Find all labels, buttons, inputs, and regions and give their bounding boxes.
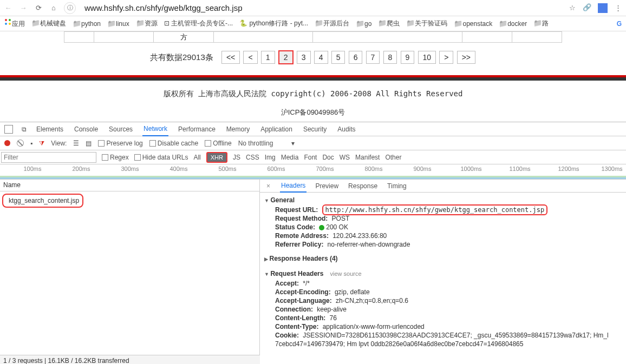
name-header[interactable]: Name [0,180,259,191]
filter-input[interactable] [1,152,96,163]
url-bar[interactable]: www.hshfy.sh.cn/shfy/gweb/ktgg_search.js… [81,2,562,14]
bookmark-item[interactable]: linux [107,19,129,28]
status-line: 1 / 3 requests | 16.1KB / 16.2KB transfe… [0,355,260,364]
pager-next[interactable]: > [439,51,453,64]
star-icon[interactable]: ☆ [568,3,577,13]
pager-page[interactable]: 6 [349,51,363,64]
tab-preview[interactable]: Preview [314,180,340,192]
apps-label: 应用 [12,20,25,28]
tab-application[interactable]: Application [259,123,294,136]
tab-audits[interactable]: Audits [336,123,356,136]
hdr-accept-language: Accept-Language: zh-CN,zh;q=0.8,en;q=0.6 [264,296,622,305]
pager-first[interactable]: << [221,51,240,64]
forward-icon[interactable]: → [18,3,28,13]
tab-memory[interactable]: Memory [225,123,251,136]
cat-font[interactable]: Font [304,154,317,161]
stripe [0,75,626,81]
referrer-policy: Referrer Policy: no-referrer-when-downgr… [264,240,622,249]
pager-page[interactable]: 1 [261,51,275,64]
apps-button[interactable]: 应用 [4,18,25,29]
bookmark-item[interactable]: docker [499,19,527,28]
general-section: General Request URL: http://www.hshfy.sh… [260,193,626,251]
tab-response[interactable]: Response [347,180,379,192]
hdr-cookie-2: 7cebcd47=1496739479; Hm lpvt 0ddb2826e0a… [264,340,622,348]
hide-urls-checkbox[interactable]: Hide data URLs [134,154,188,161]
bookmark-item[interactable]: 机械键盘 [31,19,66,28]
bookmark-item[interactable]: ⊡ 主机管理-会员专区-... [164,19,233,28]
request-row[interactable]: ktgg_search_content.jsp [2,194,83,208]
tab-sources[interactable]: Sources [108,123,134,136]
pager-page[interactable]: 4 [314,51,328,64]
pager-prev[interactable]: < [243,51,257,64]
bookmark-item[interactable]: 路 [533,19,549,28]
filter-icon[interactable]: ⧩ [39,140,44,147]
bookmark-item[interactable]: 🐍 python修行路 - pyt... [239,19,308,28]
request-headers-section: Request Headersview source Accept: */* A… [260,266,626,350]
pager-page[interactable]: 9 [401,51,415,64]
cat-media[interactable]: Media [281,154,299,161]
cat-js[interactable]: JS [233,154,240,161]
bookmark-item[interactable]: 开源后台 [315,19,349,28]
camera-icon[interactable]: ▪︎ [30,140,32,147]
reload-icon[interactable]: ⟳ [34,3,43,13]
general-header[interactable]: General [264,195,622,206]
google-icon[interactable]: G [617,20,622,28]
network-toolbar: ▪︎ ⧩ View: ☰ ▤ Preserve log Disable cach… [0,136,626,150]
response-headers-header[interactable]: Response Headers (4) [264,253,622,264]
tab-console[interactable]: Console [73,123,99,136]
view-frame-icon[interactable]: ▤ [86,140,92,147]
inspect-icon[interactable] [4,125,13,134]
bookmark-item[interactable]: go [356,19,371,28]
cat-all[interactable]: All [193,154,200,161]
tab-elements[interactable]: Elements [35,123,64,136]
regex-checkbox[interactable]: Regex [102,154,129,161]
cat-manifest[interactable]: Manifest [355,154,380,161]
pager-page[interactable]: 3 [297,51,311,64]
bookmark-item[interactable]: 资源 [136,19,158,28]
pager-last[interactable]: >> [457,51,475,64]
back-icon[interactable]: ← [3,3,13,13]
record-icon[interactable] [4,140,10,146]
pager-page[interactable]: 5 [331,51,345,64]
tab-headers[interactable]: Headers [280,180,307,193]
device-icon[interactable]: ⧉ [22,125,27,133]
timeline[interactable]: 100ms 200ms 300ms 400ms 500ms 600ms 700m… [0,164,626,180]
tab-security[interactable]: Security [302,123,328,136]
tab-timing[interactable]: Timing [386,180,408,192]
pager-page[interactable]: 7 [366,51,380,64]
network-panels: Name ktgg_search_content.jsp 1 / 3 reque… [0,180,626,364]
request-method: Request Method: POST [264,214,622,223]
info-icon[interactable]: ⓘ [64,2,76,14]
preserve-log[interactable]: Preserve log [98,140,142,147]
throttle-select[interactable]: No throttling ▾ [238,140,295,147]
menu-icon[interactable]: ⋮ [613,3,623,13]
pager-page-current[interactable]: 2 [278,50,294,64]
detail-tabs: × Headers Preview Response Timing [260,180,626,193]
view-list-icon[interactable]: ☰ [73,140,79,147]
extension-blue-icon[interactable] [598,3,608,13]
cat-doc[interactable]: Doc [322,154,334,161]
close-icon[interactable]: × [264,182,272,190]
bookmark-item[interactable]: 爬虫 [378,19,400,28]
bookmark-item[interactable]: openstack [454,19,492,28]
tab-performance[interactable]: Performance [177,123,217,136]
cat-ws[interactable]: WS [340,154,350,161]
home-icon[interactable]: ⌂ [49,3,58,13]
bookmark-item[interactable]: 关于验证码 [406,19,447,28]
cat-xhr[interactable]: XHR [206,152,227,163]
offline[interactable]: Offline [205,140,231,147]
extension-icon[interactable]: 🔗 [583,3,592,13]
request-headers-header[interactable]: Request Headersview source [264,268,622,279]
tab-network[interactable]: Network [142,122,168,136]
pager-page[interactable]: 8 [383,51,397,64]
hdr-content-length: Content-Length: 76 [264,314,622,322]
disable-cache[interactable]: Disable cache [149,140,198,147]
bookmark-item[interactable]: python [73,19,101,28]
clear-icon[interactable] [17,140,24,147]
cat-img[interactable]: Img [265,154,276,161]
pager-page[interactable]: 10 [418,51,436,64]
hdr-connection: Connection: keep-alive [264,305,622,314]
cat-other[interactable]: Other [385,154,401,161]
status-code: Status Code: 200 OK [264,223,622,231]
cat-css[interactable]: CSS [246,154,259,161]
